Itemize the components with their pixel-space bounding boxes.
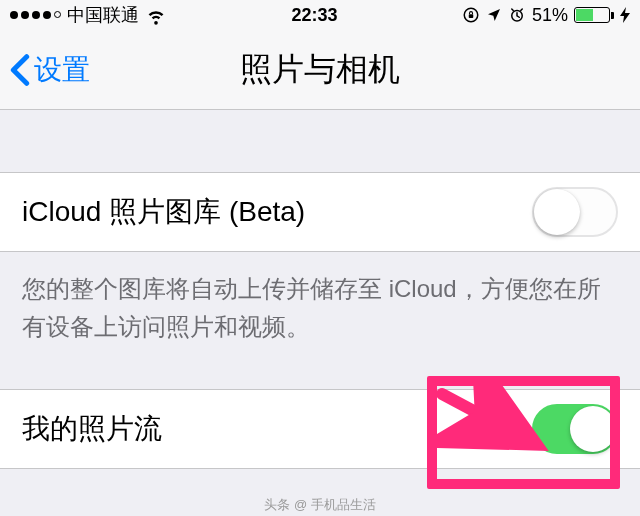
watermark-text: 头条 @ 手机品生活 — [0, 494, 640, 516]
row-label: 我的照片流 — [22, 410, 162, 448]
orientation-lock-icon — [462, 6, 480, 24]
toggle-icloud-photo-library[interactable] — [532, 187, 618, 237]
signal-strength-icon — [10, 11, 61, 19]
section-footer-text: 您的整个图库将自动上传并储存至 iCloud，方便您在所有设备上访问照片和视频。 — [0, 252, 640, 347]
section-spacer — [0, 347, 640, 389]
carrier-label: 中国联通 — [67, 3, 139, 27]
status-bar: 中国联通 22:33 51% — [0, 0, 640, 30]
row-icloud-photo-library[interactable]: iCloud 照片图库 (Beta) — [0, 172, 640, 252]
toggle-my-photo-stream[interactable] — [532, 404, 618, 454]
status-left: 中国联通 — [10, 3, 167, 27]
svg-rect-1 — [469, 14, 474, 18]
navigation-bar: 设置 照片与相机 — [0, 30, 640, 110]
status-time: 22:33 — [291, 5, 337, 26]
section-spacer — [0, 110, 640, 172]
row-label: iCloud 照片图库 (Beta) — [22, 193, 305, 231]
battery-percent: 51% — [532, 5, 568, 26]
toggle-knob — [570, 406, 616, 452]
alarm-icon — [508, 6, 526, 24]
status-right: 51% — [462, 5, 630, 26]
battery-icon — [574, 7, 614, 23]
toggle-knob — [534, 189, 580, 235]
back-button[interactable]: 设置 — [10, 51, 90, 89]
charging-icon — [620, 7, 630, 23]
page-title: 照片与相机 — [0, 48, 640, 92]
back-label: 设置 — [34, 51, 90, 89]
row-my-photo-stream[interactable]: 我的照片流 — [0, 389, 640, 469]
wifi-icon — [145, 4, 167, 26]
chevron-left-icon — [10, 53, 30, 87]
location-icon — [486, 7, 502, 23]
